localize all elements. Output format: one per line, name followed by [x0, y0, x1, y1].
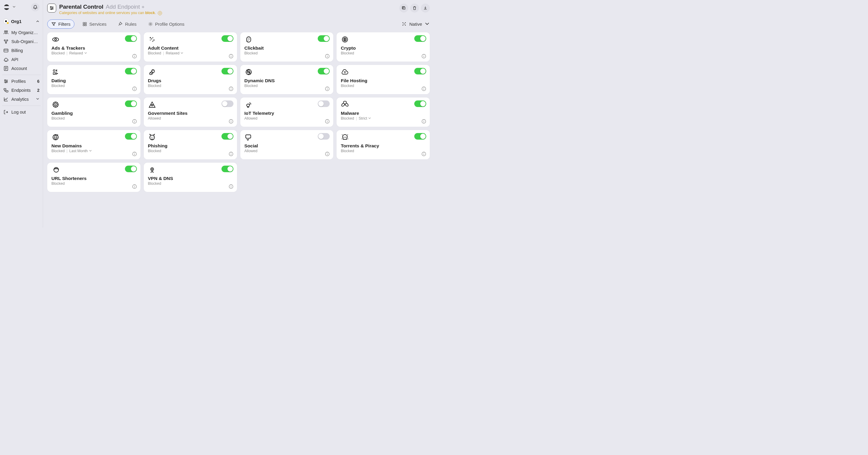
filter-toggle[interactable]	[318, 68, 330, 74]
filter-toggle[interactable]	[125, 35, 137, 42]
sidebar-item-api[interactable]: API	[2, 55, 41, 64]
info-icon[interactable]	[132, 184, 137, 189]
mode-selector[interactable]: Relaxed	[69, 51, 87, 55]
info-icon[interactable]	[325, 152, 330, 156]
filter-toggle[interactable]	[221, 165, 234, 172]
info-icon[interactable]	[229, 54, 234, 59]
iot-icon	[245, 100, 253, 109]
duplicate-button[interactable]	[399, 4, 408, 12]
sidebar-item-my-organization[interactable]: My Organization	[2, 28, 41, 37]
tab-label: Filters	[58, 22, 70, 27]
filter-toggle[interactable]	[125, 165, 137, 172]
tab-rules[interactable]: Rules	[114, 20, 140, 29]
brand-menu-chevron[interactable]	[12, 5, 16, 9]
hazard-icon	[341, 100, 349, 109]
filter-title: Dating	[52, 78, 125, 83]
info-icon[interactable]	[229, 119, 234, 124]
mode-selector[interactable]: Strict	[359, 116, 371, 120]
filter-toggle[interactable]	[414, 35, 426, 42]
info-icon[interactable]	[325, 86, 330, 91]
filter-toggle[interactable]	[221, 68, 234, 74]
info-icon[interactable]	[229, 184, 234, 189]
profile-icon[interactable]	[47, 4, 56, 12]
cloud-icon	[3, 57, 9, 62]
sidebar-item-logout[interactable]: Log out	[2, 108, 41, 117]
globe-x-icon	[245, 68, 253, 76]
filter-toggle[interactable]	[318, 100, 330, 107]
filter-toggle[interactable]	[221, 133, 234, 140]
chart-icon	[3, 96, 9, 102]
filter-toggle[interactable]	[318, 133, 330, 140]
filter-card-url-shorteners: URL Shorteners Blocked	[47, 163, 141, 192]
filter-card-government-sites: Government Sites Allowed	[144, 97, 237, 127]
filter-card-ads-trackers: Ads & Trackers Blocked | Relaxed	[47, 32, 141, 62]
filter-title: VPN & DNS	[148, 176, 221, 181]
filter-toggle[interactable]	[221, 100, 234, 107]
filter-toggle[interactable]	[414, 133, 426, 140]
filters-grid: Ads & Trackers Blocked | Relaxed Adult C…	[47, 32, 430, 192]
page-title: Parental Control	[59, 4, 103, 10]
pills-icon	[148, 68, 156, 76]
download-button[interactable]	[421, 4, 430, 12]
info-icon[interactable]	[132, 86, 137, 91]
add-endpoint-button[interactable]: Add Endpoint	[106, 4, 145, 10]
filter-toggle[interactable]	[221, 35, 234, 42]
filter-status: Blocked | Relaxed	[52, 51, 125, 55]
tab-profile-options[interactable]: Profile Options	[144, 20, 188, 29]
filter-status: Blocked | Relaxed	[148, 51, 221, 55]
org-name: Org1	[11, 19, 22, 24]
view-mode-selector[interactable]: Native	[401, 21, 430, 27]
filter-toggle[interactable]	[125, 133, 137, 140]
filter-toggle[interactable]	[125, 100, 137, 107]
cloud-up-icon	[341, 68, 349, 76]
info-icon[interactable]	[422, 119, 426, 124]
tab-filters[interactable]: Filters	[47, 20, 74, 29]
sidebar-item-profiles[interactable]: Profiles6	[2, 77, 41, 86]
sidebar-item-sub-organizations[interactable]: Sub-Organizations	[2, 37, 41, 46]
info-icon[interactable]	[422, 86, 426, 91]
mode-selector[interactable]: Relaxed	[165, 51, 184, 55]
delete-button[interactable]	[410, 4, 419, 12]
info-icon[interactable]	[132, 152, 137, 156]
org-selector[interactable]: Org1	[2, 17, 41, 26]
filter-title: Ads & Trackers	[52, 46, 125, 51]
count-badge: 2	[37, 88, 39, 93]
users-icon	[3, 30, 9, 35]
info-icon[interactable]	[132, 119, 137, 124]
filter-toggle[interactable]	[318, 35, 330, 42]
tab-services[interactable]: Services	[79, 20, 110, 29]
info-icon[interactable]	[325, 54, 330, 59]
filter-toggle[interactable]	[125, 68, 137, 74]
info-icon[interactable]	[325, 119, 330, 124]
globe-new-icon	[52, 133, 60, 142]
sidebar-item-analytics[interactable]: Analytics	[2, 95, 41, 104]
help-badge[interactable]: ⊙	[158, 11, 162, 15]
mode-selector[interactable]: Last Month	[69, 149, 92, 153]
sidebar-item-account[interactable]: Account	[2, 64, 41, 73]
coin-icon	[341, 35, 349, 44]
filter-toggle[interactable]	[414, 68, 426, 74]
grid-icon	[82, 22, 87, 27]
filter-title: Malware	[341, 111, 414, 116]
info-icon[interactable]	[422, 152, 426, 156]
filter-toggle[interactable]	[414, 100, 426, 107]
info-icon[interactable]	[229, 152, 234, 156]
notifications-button[interactable]	[31, 3, 39, 11]
tabs: FiltersServicesRulesProfile Options Nati…	[47, 18, 430, 32]
sidebar-item-label: Log out	[11, 110, 39, 115]
info-icon[interactable]	[132, 54, 137, 59]
sidebar-item-endpoints[interactable]: Endpoints2	[2, 86, 41, 95]
sidebar-item-label: Billing	[11, 48, 39, 53]
divider	[2, 75, 41, 75]
filter-card-dating: Dating Blocked	[47, 65, 141, 94]
filter-title: File Hosting	[341, 78, 414, 83]
pin-icon	[118, 22, 123, 27]
sidebar-item-billing[interactable]: Billing	[2, 46, 41, 55]
brand-logo[interactable]	[3, 4, 10, 10]
pixels-icon	[148, 35, 156, 44]
plus-icon	[141, 5, 145, 9]
filter-title: New Domains	[52, 143, 125, 149]
info-icon[interactable]	[422, 54, 426, 59]
filter-title: Phishing	[148, 143, 221, 149]
info-icon[interactable]	[229, 86, 234, 91]
